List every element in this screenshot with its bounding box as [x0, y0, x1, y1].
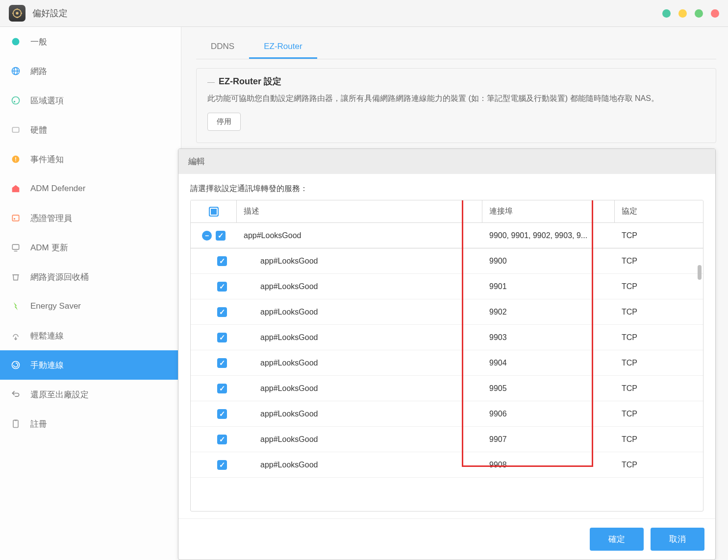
- row-port: 9907: [482, 435, 615, 444]
- sidebar-label-3: 硬體: [30, 124, 47, 136]
- header-desc[interactable]: 描述: [237, 200, 482, 222]
- sidebar-item-0[interactable]: 一般: [0, 27, 181, 56]
- table-row[interactable]: app#LooksGood 9902 TCP: [191, 299, 703, 325]
- sidebar-item-7[interactable]: ADM 更新: [0, 233, 181, 262]
- row-proto: TCP: [615, 333, 703, 342]
- row-desc: app#LooksGood: [237, 359, 482, 367]
- row-checkbox[interactable]: [217, 460, 227, 470]
- sidebar-label-2: 區域選項: [30, 95, 64, 106]
- edit-modal: 編輯 請選擇欲設定通訊埠轉發的服務： 描述 連接埠 協定 − app#Looks…: [178, 148, 716, 560]
- row-desc: app#LooksGood: [237, 410, 482, 418]
- sidebar-icon-0: [9, 35, 23, 49]
- table-row[interactable]: app#LooksGood 9907 TCP: [191, 427, 703, 452]
- svg-point-16: [14, 218, 15, 219]
- tab-ddns[interactable]: DDNS: [196, 37, 249, 59]
- sidebar-item-1[interactable]: 網路: [0, 56, 181, 86]
- scrollbar-thumb[interactable]: [698, 265, 702, 280]
- row-port: 9901: [482, 282, 615, 291]
- header-checkbox-cell[interactable]: [191, 200, 237, 222]
- table-row[interactable]: app#LooksGood 9901 TCP: [191, 274, 703, 299]
- modal-footer: 確定 取消: [178, 518, 715, 560]
- row-port: 9903: [482, 333, 615, 342]
- sidebar-item-8[interactable]: 網路資源回收桶: [0, 262, 181, 292]
- sidebar-item-3[interactable]: 硬體: [0, 115, 181, 145]
- table-row[interactable]: app#LooksGood 9903 TCP: [191, 325, 703, 350]
- sidebar-item-6[interactable]: 憑證管理員: [0, 203, 181, 233]
- sidebar-icon-11: [9, 358, 23, 372]
- app-icon: [9, 5, 25, 22]
- sidebar-item-2[interactable]: 區域選項: [0, 86, 181, 115]
- svg-rect-15: [12, 215, 19, 221]
- ok-button[interactable]: 確定: [590, 528, 644, 551]
- collapse-icon[interactable]: −: [202, 231, 212, 241]
- header-proto[interactable]: 協定: [615, 200, 703, 222]
- group-proto: TCP: [615, 231, 703, 240]
- svg-text:!: !: [15, 156, 17, 162]
- table-row[interactable]: app#LooksGood 9904 TCP: [191, 350, 703, 376]
- row-desc: app#LooksGood: [237, 435, 482, 444]
- table-row[interactable]: app#LooksGood 9900 TCP: [191, 248, 703, 274]
- window-dot-1[interactable]: [662, 9, 671, 18]
- sidebar-icon-1: [9, 64, 23, 78]
- svg-point-11: [14, 101, 15, 102]
- table-group-row[interactable]: − app#LooksGood 9900, 9901, 9902, 9903, …: [191, 223, 703, 248]
- row-proto: TCP: [615, 410, 703, 418]
- sidebar-icon-7: [9, 241, 23, 254]
- row-port: 9905: [482, 384, 615, 393]
- row-checkbox[interactable]: [217, 256, 227, 266]
- row-port: 9904: [482, 359, 615, 367]
- header-port[interactable]: 連接埠: [482, 200, 615, 222]
- panel-collapse-icon[interactable]: —: [207, 77, 215, 86]
- port-table: 描述 連接埠 協定 − app#LooksGood 9900, 9901, 99…: [190, 200, 703, 511]
- sidebar-item-9[interactable]: Energy Saver: [0, 292, 181, 321]
- row-desc: app#LooksGood: [237, 461, 482, 469]
- sidebar-label-10: 輕鬆連線: [30, 330, 64, 341]
- tab-ezrouter[interactable]: EZ-Router: [249, 37, 317, 59]
- sidebar-label-11: 手動連線: [30, 360, 64, 371]
- sidebar-item-5[interactable]: ADM Defender: [0, 174, 181, 203]
- sidebar-label-9: Energy Saver: [30, 301, 81, 311]
- table-row[interactable]: app#LooksGood 9905 TCP: [191, 376, 703, 401]
- window-dot-4[interactable]: [711, 9, 719, 18]
- row-desc: app#LooksGood: [237, 282, 482, 291]
- row-checkbox[interactable]: [217, 384, 227, 393]
- svg-point-6: [12, 38, 20, 46]
- window-dot-2[interactable]: [678, 9, 687, 18]
- sidebar-item-4[interactable]: !事件通知: [0, 145, 181, 174]
- sidebar-icon-3: [9, 123, 23, 137]
- window-titlebar: 偏好設定: [0, 0, 728, 27]
- table-row[interactable]: app#LooksGood 9906 TCP: [191, 401, 703, 427]
- row-desc: app#LooksGood: [237, 384, 482, 393]
- row-proto: TCP: [615, 435, 703, 444]
- sidebar-label-13: 註冊: [30, 418, 47, 430]
- row-proto: TCP: [615, 359, 703, 367]
- sidebar-label-7: ADM 更新: [30, 242, 68, 253]
- svg-rect-12: [12, 127, 19, 132]
- window-dot-3[interactable]: [695, 9, 703, 18]
- sidebar-label-5: ADM Defender: [30, 184, 85, 194]
- sidebar-item-12[interactable]: 還原至出廠設定: [0, 380, 181, 409]
- sidebar-item-13[interactable]: 註冊: [0, 409, 181, 438]
- row-checkbox[interactable]: [217, 333, 227, 342]
- group-checkbox[interactable]: [216, 231, 226, 241]
- svg-point-1: [16, 12, 19, 15]
- select-all-checkbox[interactable]: [209, 207, 219, 217]
- table-row[interactable]: app#LooksGood 9908 TCP: [191, 452, 703, 478]
- cancel-button[interactable]: 取消: [651, 528, 704, 551]
- sidebar-label-12: 還原至出廠設定: [30, 389, 89, 400]
- row-checkbox[interactable]: [217, 358, 227, 368]
- disable-button[interactable]: 停用: [207, 113, 241, 131]
- group-desc: app#LooksGood: [237, 231, 482, 240]
- row-port: 9908: [482, 461, 615, 469]
- row-proto: TCP: [615, 461, 703, 469]
- sidebar-label-1: 網路: [30, 66, 47, 77]
- svg-point-10: [12, 97, 20, 104]
- row-checkbox[interactable]: [217, 409, 227, 419]
- svg-rect-23: [15, 420, 17, 421]
- row-checkbox[interactable]: [217, 282, 227, 292]
- sidebar-icon-6: [9, 211, 23, 225]
- sidebar-item-10[interactable]: 輕鬆連線: [0, 321, 181, 350]
- row-checkbox[interactable]: [217, 435, 227, 444]
- row-checkbox[interactable]: [217, 307, 227, 317]
- sidebar-item-11[interactable]: 手動連線: [0, 350, 181, 380]
